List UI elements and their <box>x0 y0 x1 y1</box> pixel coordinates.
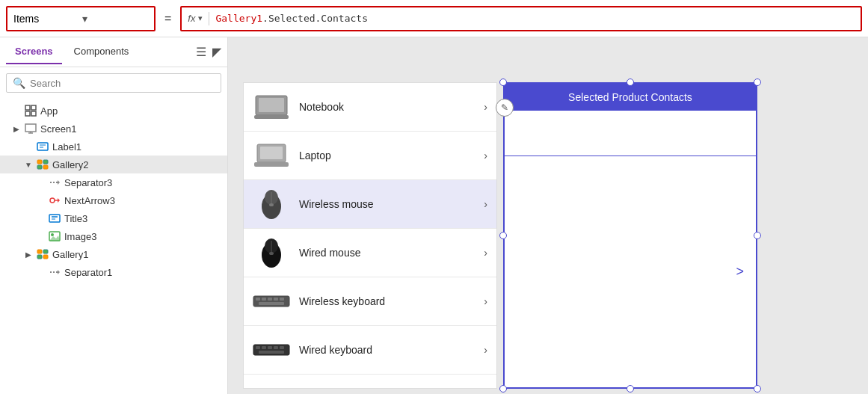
tree-item-separator1[interactable]: Separator1 <box>0 263 227 281</box>
svg-rect-55 <box>268 346 272 349</box>
svg-rect-46 <box>256 298 260 301</box>
tree-label-nextarrow3: NextArrow3 <box>64 195 115 206</box>
gallery2-item-4[interactable]: Wireless keyboard› <box>244 277 496 326</box>
search-icon: 🔍 <box>13 77 25 89</box>
tree-icon-gallery <box>36 247 49 261</box>
property-dropdown[interactable]: Items ▾ <box>6 6 156 31</box>
fx-divider <box>209 12 209 25</box>
edit-icon[interactable]: ✎ <box>496 99 514 117</box>
tree-item-title3[interactable]: Title3 <box>0 209 227 227</box>
tree-item-screen1[interactable]: ▶Screen1 <box>0 120 227 138</box>
svg-rect-7 <box>37 143 48 150</box>
formula-text: Gallery1.Selected.Contacts <box>215 13 368 24</box>
property-label: Items <box>13 13 79 25</box>
tree-item-image3[interactable]: Image3 <box>0 227 227 245</box>
canvas-area: Notebook›Laptop›Wireless mouse›Wired mou… <box>228 37 868 394</box>
svg-marker-15 <box>58 180 60 185</box>
svg-rect-0 <box>25 105 30 110</box>
handle-ml[interactable] <box>499 232 507 239</box>
product-name-3: Wired mouse <box>299 247 475 259</box>
grid-view-icon[interactable]: ◤ <box>212 45 221 59</box>
tabs-bar: Screens Components ☰ ◤ <box>0 37 227 67</box>
handle-tr[interactable] <box>754 79 761 86</box>
tree-icon-label <box>36 140 49 153</box>
gallery2[interactable]: Notebook›Laptop›Wireless mouse›Wired mou… <box>243 82 497 389</box>
product-name-5: Wired keyboard <box>299 344 475 356</box>
gallery-container: Notebook›Laptop›Wireless mouse›Wired mou… <box>243 82 757 389</box>
tree-item-app[interactable]: App <box>0 102 227 120</box>
gallery1[interactable]: Selected Product Contacts > ✎ <box>503 82 757 389</box>
tree-item-nextarrow3[interactable]: NextArrow3 <box>0 191 227 209</box>
top-bar: Items ▾ = fx ▾ Gallery1.Selected.Contact… <box>0 0 868 37</box>
svg-rect-25 <box>37 250 42 253</box>
tree-item-gallery1[interactable]: ▶Gallery1 <box>0 245 227 263</box>
tree-arrow-gallery1[interactable]: ▶ <box>24 250 33 259</box>
svg-rect-49 <box>274 298 278 301</box>
product-name-0: Notebook <box>299 101 475 113</box>
gallery2-item-5[interactable]: Wired keyboard› <box>244 326 496 375</box>
tree-arrow-gallery2[interactable]: ▼ <box>24 161 33 169</box>
svg-rect-56 <box>274 346 278 349</box>
product-chevron-5: › <box>484 344 487 356</box>
tree-item-label1[interactable]: Label1 <box>0 138 227 156</box>
tree-item-gallery2[interactable]: ▼Gallery2 <box>0 156 227 173</box>
dropdown-arrow-icon: ▾ <box>82 13 148 25</box>
svg-rect-51 <box>259 302 284 305</box>
svg-point-44 <box>269 252 274 255</box>
tree-arrow-screen1[interactable]: ▶ <box>12 125 21 133</box>
tree-item-separator3[interactable]: Separator3 <box>0 173 227 191</box>
product-name-4: Wireless keyboard <box>299 295 475 307</box>
svg-rect-11 <box>43 160 48 164</box>
svg-rect-13 <box>43 165 48 169</box>
svg-rect-32 <box>259 98 284 112</box>
tab-icons: ☰ ◤ <box>196 45 221 59</box>
svg-point-40 <box>269 203 274 206</box>
product-icon-laptop <box>253 141 290 170</box>
gallery1-chevron-icon[interactable]: > <box>736 264 744 280</box>
tree-label-image3: Image3 <box>64 231 96 242</box>
fx-dropdown-arrow[interactable]: ▾ <box>198 13 203 23</box>
product-chevron-2: › <box>484 198 487 210</box>
handle-tl[interactable] <box>499 79 507 86</box>
handle-bl[interactable] <box>499 385 507 393</box>
tree-label-title3: Title3 <box>64 213 87 224</box>
svg-rect-2 <box>25 111 30 116</box>
gallery2-item-1[interactable]: Laptop› <box>244 132 496 180</box>
svg-marker-18 <box>58 198 60 203</box>
list-view-icon[interactable]: ☰ <box>196 45 206 59</box>
product-chevron-4: › <box>484 295 487 307</box>
svg-rect-28 <box>43 255 48 259</box>
left-panel: Screens Components ☰ ◤ 🔍 App▶Screen1Labe… <box>0 37 228 394</box>
svg-rect-35 <box>260 147 283 159</box>
svg-rect-48 <box>268 298 272 301</box>
handle-br[interactable] <box>754 385 761 393</box>
tree-icon-separator <box>48 265 61 279</box>
gallery1-content: > <box>505 156 756 387</box>
handle-bc[interactable] <box>627 385 634 393</box>
handle-mr[interactable] <box>754 232 761 239</box>
search-input[interactable] <box>30 78 215 89</box>
svg-rect-12 <box>37 165 42 169</box>
gallery2-item-0[interactable]: Notebook› <box>244 83 496 132</box>
tree-label-separator1: Separator1 <box>64 267 112 278</box>
product-chevron-3: › <box>484 247 487 259</box>
gallery1-divider <box>505 156 756 156</box>
formula-object: Gallery1 <box>215 13 262 24</box>
svg-rect-36 <box>254 162 289 167</box>
svg-rect-54 <box>262 346 266 349</box>
main-area: Screens Components ☰ ◤ 🔍 App▶Screen1Labe… <box>0 37 868 394</box>
tab-screens[interactable]: Screens <box>6 40 62 64</box>
tree-label-gallery2: Gallery2 <box>52 159 88 170</box>
gallery2-item-2[interactable]: Wireless mouse› <box>244 180 496 229</box>
formula-bar[interactable]: fx ▾ Gallery1.Selected.Contacts <box>180 6 862 31</box>
gallery2-item-3[interactable]: Wired mouse› <box>244 229 496 277</box>
product-icon-wkeyboard <box>253 286 290 316</box>
tree-label-gallery1: Gallery1 <box>52 249 88 260</box>
tab-components[interactable]: Components <box>65 40 138 64</box>
fx-label: fx <box>188 13 195 24</box>
handle-tc[interactable] <box>627 79 634 86</box>
svg-rect-47 <box>262 298 266 301</box>
equals-sign: = <box>161 12 174 25</box>
svg-rect-33 <box>254 115 289 119</box>
search-box[interactable]: 🔍 <box>6 73 221 93</box>
